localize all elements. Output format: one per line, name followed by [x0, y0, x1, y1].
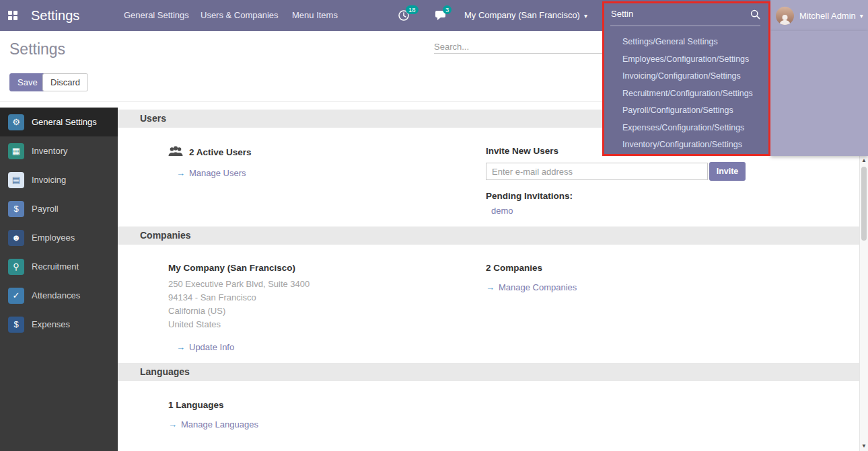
company-address-line: 94134 - San Francisco: [168, 291, 486, 304]
manage-companies-label: Manage Companies: [499, 282, 577, 292]
chevron-down-icon: ▾: [860, 12, 863, 19]
activities-count-badge[interactable]: 18: [406, 5, 419, 14]
search-underline: [610, 26, 760, 26]
sidebar-item-payroll[interactable]: $ Payroll: [0, 194, 118, 223]
messages-count-badge[interactable]: 3: [443, 5, 451, 14]
sidebar-item-expenses[interactable]: $ Expenses: [0, 310, 118, 339]
sidebar-item-label: Employees: [32, 233, 75, 243]
section-header-companies: Companies: [118, 227, 859, 245]
companies-count: 2 Companies: [486, 263, 859, 273]
gear-icon: ⚙: [8, 114, 24, 130]
invoice-icon: ▤: [8, 172, 24, 188]
user-menu-panel: [770, 31, 868, 156]
active-users-count: 2 Active Users: [189, 147, 252, 157]
menu-search-results: Settings/General Settings Employees/Conf…: [604, 34, 768, 154]
employees-icon: ☻: [8, 230, 24, 246]
menu-search-dropdown: Settings/General Settings Employees/Conf…: [602, 1, 770, 156]
manage-languages-label: Manage Languages: [181, 419, 258, 429]
sidebar-item-label: Attendances: [32, 290, 80, 300]
pending-invitations-label: Pending Invitations:: [486, 191, 859, 201]
search-input[interactable]: [434, 40, 609, 54]
user-name: Mitchell Admin: [799, 11, 856, 21]
chevron-down-icon: ▾: [584, 12, 587, 19]
app-name[interactable]: Settings: [31, 0, 79, 31]
company-switcher[interactable]: My Company (San Francisco)▾: [464, 0, 587, 32]
manage-users-link[interactable]: → Manage Users: [168, 168, 486, 178]
update-info-link[interactable]: → Update Info: [168, 342, 486, 352]
sidebar-item-employees[interactable]: ☻ Employees: [0, 223, 118, 252]
sidebar-item-attendances[interactable]: ✓ Attendances: [0, 281, 118, 310]
sidebar-item-label: Payroll: [32, 204, 59, 214]
manage-users-label: Manage Users: [189, 168, 246, 178]
payroll-icon: $: [8, 201, 24, 217]
company-address-line: California (US): [168, 304, 486, 318]
user-menu[interactable]: Mitchell Admin ▾: [770, 0, 868, 31]
search-result-item[interactable]: Expenses/Configuration/Settings: [604, 120, 768, 137]
users-group-icon: [168, 146, 183, 159]
company-address-line: 250 Executive Park Blvd, Suite 3400: [168, 278, 486, 291]
section-header-languages: Languages: [118, 363, 859, 381]
sidebar-item-inventory[interactable]: ▦ Inventory: [0, 136, 118, 165]
sidebar-item-label: Recruitment: [32, 261, 79, 272]
sidebar-item-label: Inventory: [32, 146, 67, 156]
search-result-item[interactable]: Invoicing/Configuration/Settings: [604, 68, 768, 85]
sidebar-item-label: Invoicing: [32, 175, 66, 185]
magnifier-icon: ⚲: [8, 259, 24, 275]
search-result-item[interactable]: Payroll/Configuration/Settings: [604, 102, 768, 120]
scroll-up-icon[interactable]: ▲: [860, 157, 868, 163]
sidebar-item-recruitment[interactable]: ⚲ Recruitment: [0, 252, 118, 281]
sidebar-item-label: General Settings: [32, 117, 97, 127]
menu-menu-items[interactable]: Menu Items: [292, 0, 338, 31]
search-result-item[interactable]: Employees/Configuration/Settings: [604, 51, 768, 69]
settings-content: Users 2 Active Users → Manage Users Invi…: [118, 108, 859, 451]
sidebar-item-label: Expenses: [32, 319, 70, 329]
manage-languages-link[interactable]: → Manage Languages: [168, 419, 859, 429]
save-button[interactable]: Save: [9, 73, 46, 91]
menu-general-settings[interactable]: General Settings: [124, 0, 189, 31]
search-result-item[interactable]: Inventory/Configuration/Settings: [604, 136, 768, 154]
menu-search-input[interactable]: [611, 9, 739, 19]
scroll-down-icon[interactable]: ▼: [860, 443, 868, 449]
section-languages: 1 Languages → Manage Languages: [118, 381, 859, 440]
attendance-check-icon: ✓: [8, 288, 24, 304]
page-title: Settings: [9, 40, 65, 58]
right-arrow-icon: →: [176, 168, 185, 178]
company-address-line: United States: [168, 318, 486, 331]
discard-button[interactable]: Discard: [42, 73, 88, 91]
settings-sidebar: ⚙ General Settings ▦ Inventory ▤ Invoici…: [0, 108, 118, 451]
right-arrow-icon: →: [486, 282, 495, 292]
sidebar-item-invoicing[interactable]: ▤ Invoicing: [0, 165, 118, 194]
pending-user-demo-link[interactable]: demo: [486, 206, 513, 216]
menu-users-companies[interactable]: Users & Companies: [201, 0, 279, 31]
company-name: My Company (San Francisco): [168, 263, 486, 273]
manage-companies-link[interactable]: → Manage Companies: [486, 282, 859, 292]
search-result-item[interactable]: Settings/General Settings: [604, 34, 768, 51]
right-arrow-icon: →: [176, 342, 185, 352]
section-companies: My Company (San Francisco) 250 Executive…: [118, 245, 859, 363]
sidebar-item-general-settings[interactable]: ⚙ General Settings: [0, 108, 118, 136]
languages-count: 1 Languages: [168, 400, 859, 410]
invite-button[interactable]: Invite: [709, 162, 746, 181]
invite-email-input[interactable]: [486, 163, 708, 180]
expense-dollar-icon: $: [8, 317, 24, 333]
update-info-label: Update Info: [189, 342, 234, 352]
search-result-item[interactable]: Recruitment/Configuration/Settings: [604, 85, 768, 103]
boxes-icon: ▦: [8, 143, 24, 159]
apps-menu-icon[interactable]: [8, 11, 17, 20]
avatar: [776, 7, 794, 25]
right-arrow-icon: →: [168, 419, 177, 429]
search-icon[interactable]: [750, 9, 760, 22]
scrollbar-thumb[interactable]: [861, 167, 867, 241]
company-switcher-label: My Company (San Francisco): [464, 10, 580, 20]
